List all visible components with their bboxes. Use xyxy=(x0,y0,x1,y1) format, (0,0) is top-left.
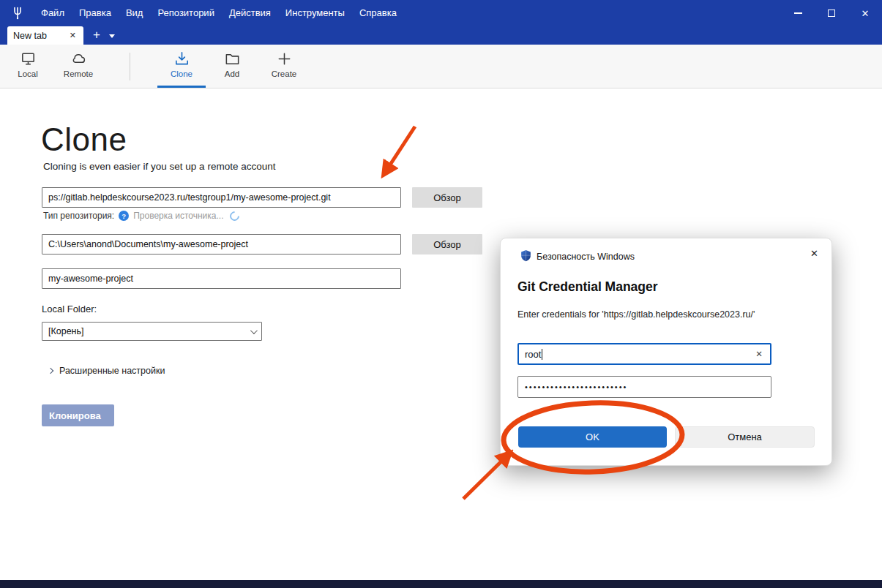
password-field[interactable]: •••••••••••••••••••••••• xyxy=(517,376,771,398)
advanced-settings-label: Расширенные настройки xyxy=(59,366,165,376)
local-folder-dropdown[interactable]: [Корень] xyxy=(42,322,262,341)
page-title: Clone xyxy=(41,121,127,158)
toolbar-clone[interactable]: Clone xyxy=(162,50,201,78)
dialog-title: Git Credential Manager xyxy=(517,279,658,295)
desktop-background-strip xyxy=(0,580,882,588)
fork-app-icon xyxy=(10,6,25,20)
menu-tools[interactable]: Инструменты xyxy=(278,0,352,26)
toolbar-clone-label: Clone xyxy=(171,69,193,78)
maximize-button[interactable] xyxy=(815,0,848,26)
repo-type-label: Тип репозитория: xyxy=(43,211,114,221)
toolbar-create[interactable]: Create xyxy=(265,50,303,78)
checking-source-status: Проверка источника... xyxy=(133,211,223,221)
chevron-down-icon xyxy=(250,327,258,334)
repo-name-input[interactable] xyxy=(42,268,401,289)
toolbar: Local Remote Clone Add Create xyxy=(0,45,882,88)
active-tool-underline xyxy=(157,86,206,88)
subtitle-text: Cloning is even easier if you set up a xyxy=(43,161,207,172)
tab-list-dropdown-icon[interactable] xyxy=(109,34,115,38)
username-value: root xyxy=(525,349,541,360)
plus-icon xyxy=(276,50,293,67)
repo-type-row: Тип репозитория: ? Проверка источника... xyxy=(43,211,239,221)
chevron-right-icon xyxy=(48,368,53,374)
password-dots: •••••••••••••••••••••••• xyxy=(525,383,627,391)
tab-bar: New tab ✕ + xyxy=(0,26,882,45)
local-folder-value: [Корень] xyxy=(48,326,84,336)
advanced-settings-toggle[interactable]: Расширенные настройки xyxy=(48,366,165,376)
minimize-icon xyxy=(794,12,802,14)
menu-repository[interactable]: Репозиторий xyxy=(150,0,221,26)
toolbar-local-label: Local xyxy=(18,69,38,78)
cancel-button[interactable]: Отмена xyxy=(675,426,815,448)
local-folder-label: Local Folder: xyxy=(42,304,97,314)
new-tab-button[interactable]: + xyxy=(93,27,100,43)
username-field[interactable]: root ✕ xyxy=(517,343,771,365)
close-button[interactable]: ✕ xyxy=(848,0,882,26)
toolbar-separator xyxy=(130,53,130,80)
clear-input-icon[interactable]: ✕ xyxy=(754,347,764,361)
folder-icon xyxy=(224,50,241,67)
menu-view[interactable]: Вид xyxy=(119,0,151,26)
repo-url-input[interactable] xyxy=(42,187,401,208)
app-window: Файл Правка Вид Репозиторий Действия Инс… xyxy=(0,0,882,580)
remote-account-link[interactable]: remote account xyxy=(207,161,275,172)
destination-path-input[interactable] xyxy=(42,234,401,255)
menu-help[interactable]: Справка xyxy=(352,0,404,26)
browse-url-button[interactable]: Обзор xyxy=(412,187,482,208)
toolbar-remote[interactable]: Remote xyxy=(61,50,96,78)
toolbar-create-label: Create xyxy=(272,69,297,78)
cloud-icon xyxy=(70,50,87,67)
toolbar-local[interactable]: Local xyxy=(10,50,45,78)
menu-bar: Файл Правка Вид Репозиторий Действия Инс… xyxy=(34,0,404,26)
dialog-subtitle: Enter credentials for 'https://gitlab.he… xyxy=(517,309,755,320)
minimize-button[interactable] xyxy=(781,0,815,26)
menu-actions[interactable]: Действия xyxy=(222,0,278,26)
tab-close-icon[interactable]: ✕ xyxy=(68,29,78,42)
browse-path-button[interactable]: Обзор xyxy=(412,234,482,255)
window-controls: ✕ xyxy=(781,0,882,26)
monitor-icon xyxy=(20,50,37,67)
toolbar-remote-label: Remote xyxy=(64,69,93,78)
dialog-header-title: Безопасность Windows xyxy=(537,252,635,262)
toolbar-add-label: Add xyxy=(225,69,239,78)
clone-button[interactable]: Клонирова xyxy=(42,404,114,426)
windows-shield-icon xyxy=(520,249,532,262)
windows-security-dialog: Безопасность Windows ✕ Git Credential Ma… xyxy=(500,238,832,466)
menu-edit[interactable]: Правка xyxy=(72,0,119,26)
loading-spinner-icon xyxy=(228,209,241,222)
text-cursor xyxy=(542,349,542,360)
tab-new-tab[interactable]: New tab ✕ xyxy=(7,26,83,45)
toolbar-add[interactable]: Add xyxy=(214,50,250,78)
menu-file[interactable]: Файл xyxy=(34,0,72,26)
maximize-icon xyxy=(828,10,835,17)
help-icon[interactable]: ? xyxy=(119,211,129,221)
clone-download-icon xyxy=(173,50,190,67)
ok-button[interactable]: OK xyxy=(518,426,667,448)
tab-label: New tab xyxy=(13,31,68,41)
dialog-close-icon[interactable]: ✕ xyxy=(808,246,821,261)
page-subtitle: Cloning is even easier if you set up a r… xyxy=(43,161,275,172)
titlebar: Файл Правка Вид Репозиторий Действия Инс… xyxy=(0,0,882,26)
